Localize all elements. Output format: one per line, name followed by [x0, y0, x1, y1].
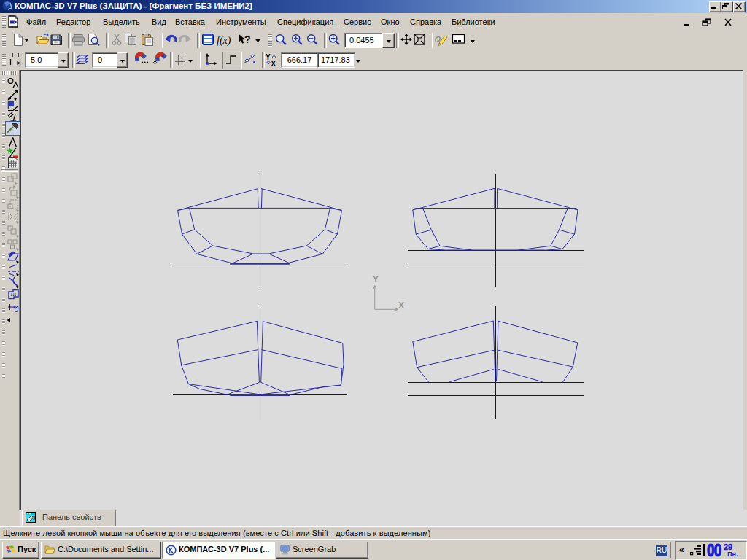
svg-text:Y: Y [373, 274, 379, 284]
svg-text:f(x): f(x) [217, 35, 231, 47]
svg-text:X: X [398, 300, 404, 311]
svg-text:?: ? [244, 34, 251, 45]
svg-text:x: x [271, 59, 276, 67]
svg-text:Y: Y [266, 53, 271, 61]
